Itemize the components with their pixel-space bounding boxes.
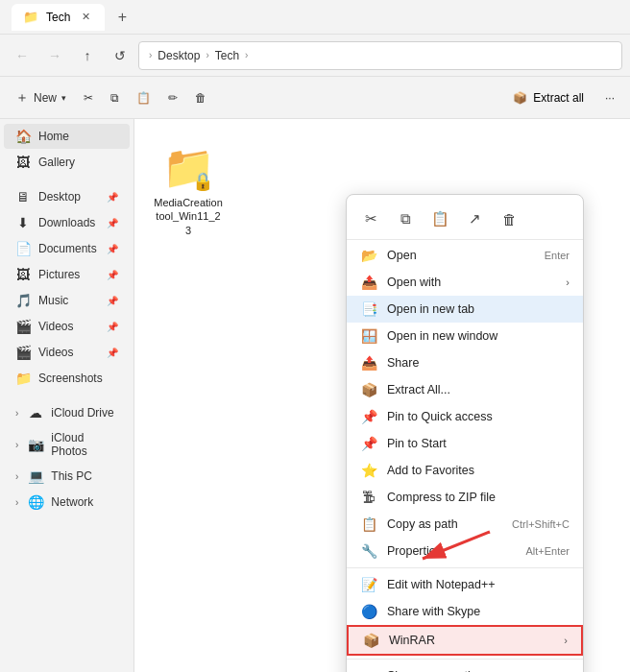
ctx-notepadpp-label: Edit with Notepad++ [387,578,496,591]
tab-icon: 📁 [23,10,38,24]
delete-icon: 🗑 [195,91,206,105]
file-icon-wrapper: 📁 🔒 [163,142,213,192]
ctx-skype-label: Share with Skype [387,605,480,618]
sidebar-item-pictures[interactable]: 🖼 Pictures 📌 [4,262,130,287]
ctx-copy-button[interactable]: ⧉ [391,204,420,233]
ctx-delete-button[interactable]: 🗑 [495,204,523,233]
pin-icon: 📌 [107,192,118,203]
sidebar-item-network[interactable]: › 🌐 Network [4,490,130,515]
compress-icon: 🗜 [360,490,377,505]
tab-title: Tech [46,11,70,24]
sidebar-item-icloud-drive[interactable]: › ☁ iCloud Drive [4,400,130,425]
ctx-pin-start-label: Pin to Start [387,437,447,450]
tab-tech[interactable]: 📁 Tech ✕ [12,4,105,31]
ctx-skype[interactable]: 🔵 Share with Skype [347,598,583,625]
extract-all-button[interactable]: 📦 Extract all [503,87,594,108]
content-area: 📁 🔒 MediaCreationtool_Win11_23 ✂ ⧉ 📋 ↗ 🗑… [134,119,630,672]
zip-overlay-icon: 🔒 [192,171,213,192]
up-button[interactable]: ↑ [73,41,102,70]
breadcrumb-tech[interactable]: Tech [215,49,239,62]
copy-icon: ⧉ [110,91,119,105]
pictures-pin-icon: 📌 [107,270,118,280]
ctx-show-more[interactable]: ⊞ Show more options [347,662,583,672]
winrar-arrow: › [564,635,568,646]
sidebar-item-documents-label: Documents [38,242,97,255]
ctx-open[interactable]: 📂 Open Enter [347,242,583,269]
videos2-icon: 🎬 [15,345,31,360]
sidebar-item-screenshots[interactable]: 📁 Screenshots [4,366,130,391]
file-item-mediacreation[interactable]: 📁 🔒 MediaCreationtool_Win11_23 [150,134,227,245]
winrar-icon: 📦 [362,633,379,648]
forward-button[interactable]: → [40,41,69,70]
open-with-arrow: › [566,276,569,288]
sidebar-item-home[interactable]: 🏠 Home [4,124,130,149]
sidebar-item-icloud-photos[interactable]: › 📷 iCloud Photos [4,426,130,463]
sidebar-item-videos[interactable]: 🎬 Videos 📌 [4,314,130,339]
new-button[interactable]: ＋ New ▾ [8,84,74,112]
ctx-compress-zip[interactable]: 🗜 Compress to ZIP file [347,484,583,511]
sidebar-item-home-label: Home [38,130,69,143]
ctx-notepadpp[interactable]: 📝 Edit with Notepad++ [347,571,583,598]
ctx-open-new-tab[interactable]: 📑 Open in new tab [347,296,583,323]
ctx-copy-as-path[interactable]: 📋 Copy as path Ctrl+Shift+C [347,511,583,538]
ctx-share[interactable]: 📤 Share [347,349,583,376]
pin-start-icon: 📌 [360,436,377,451]
ctx-properties[interactable]: 🔧 Properties Alt+Enter [347,538,583,564]
sidebar-item-gallery[interactable]: 🖼 Gallery [4,150,130,175]
tab-close-button[interactable]: ✕ [78,10,93,25]
action-bar-right: 📦 Extract all ··· [503,84,622,112]
extract-icon: 📦 [360,382,377,397]
breadcrumb-sep-2: › [245,50,248,60]
ctx-open-label: Open [387,249,417,262]
new-tab-button[interactable]: + [109,4,135,31]
ctx-pin-quick-access[interactable]: 📌 Pin to Quick access [347,403,583,430]
expand-icon: › [15,408,18,419]
sidebar-item-desktop[interactable]: 🖥 Desktop 📌 [4,184,130,209]
ctx-extract-all[interactable]: 📦 Extract All... [347,376,583,403]
open-new-window-icon: 🪟 [360,328,377,344]
sidebar-item-documents[interactable]: 📄 Documents 📌 [4,236,130,261]
ctx-add-favorites-label: Add to Favorites [387,464,474,477]
pictures-icon: 🖼 [15,267,31,282]
ctx-paste-button[interactable]: 📋 [425,204,454,233]
sidebar-item-music[interactable]: 🎵 Music 📌 [4,288,130,313]
cut-button[interactable]: ✂ [76,84,101,112]
this-pc-icon: 💻 [28,468,43,484]
ctx-open-new-window[interactable]: 🪟 Open in new window [347,323,583,349]
ctx-add-favorites[interactable]: ⭐ Add to Favorites [347,457,583,484]
ctx-open-with[interactable]: 📤 Open with › [347,269,583,296]
ctx-open-shortcut: Enter [545,250,569,261]
downloads-pin-icon: 📌 [107,218,118,228]
sidebar-item-this-pc[interactable]: › 💻 This PC [4,464,130,489]
more-options-button[interactable]: ··· [597,84,622,112]
sidebar-item-videos2-label: Videos [38,346,73,359]
copy-button[interactable]: ⧉ [103,84,127,112]
properties-shortcut: Alt+Enter [525,545,569,557]
sidebar-item-videos2[interactable]: 🎬 Videos 📌 [4,340,130,365]
pin-quick-icon: 📌 [360,409,377,424]
ctx-cut-button[interactable]: ✂ [356,204,385,233]
back-button[interactable]: ← [8,41,36,70]
refresh-button[interactable]: ↺ [106,41,134,70]
ctx-divider-2 [347,659,583,660]
rename-button[interactable]: ✏ [160,84,185,112]
paste-button[interactable]: 📋 [129,84,158,112]
ctx-pin-start[interactable]: 📌 Pin to Start [347,430,583,457]
sidebar-item-icloud-drive-label: iCloud Drive [51,406,113,420]
videos-icon: 🎬 [15,319,31,334]
ctx-winrar[interactable]: 📦 WinRAR › [347,625,583,656]
ctx-properties-label: Properties [387,544,442,558]
skype-icon: 🔵 [360,604,377,619]
breadcrumb-desktop[interactable]: Desktop [158,49,200,62]
favorites-icon: ⭐ [360,463,377,478]
address-bar[interactable]: › Desktop › Tech › [138,41,622,70]
breadcrumb-sep-1: › [206,50,208,60]
sidebar-item-downloads[interactable]: ⬇ Downloads 📌 [4,210,130,235]
extract-all-label: Extract all [533,91,584,105]
delete-button[interactable]: 🗑 [187,84,214,112]
title-bar: 📁 Tech ✕ + [0,0,630,35]
ctx-share-button[interactable]: ↗ [460,204,489,233]
music-icon: 🎵 [15,293,31,308]
more-icon: ··· [605,91,615,105]
sidebar-item-this-pc-label: This PC [51,469,92,483]
